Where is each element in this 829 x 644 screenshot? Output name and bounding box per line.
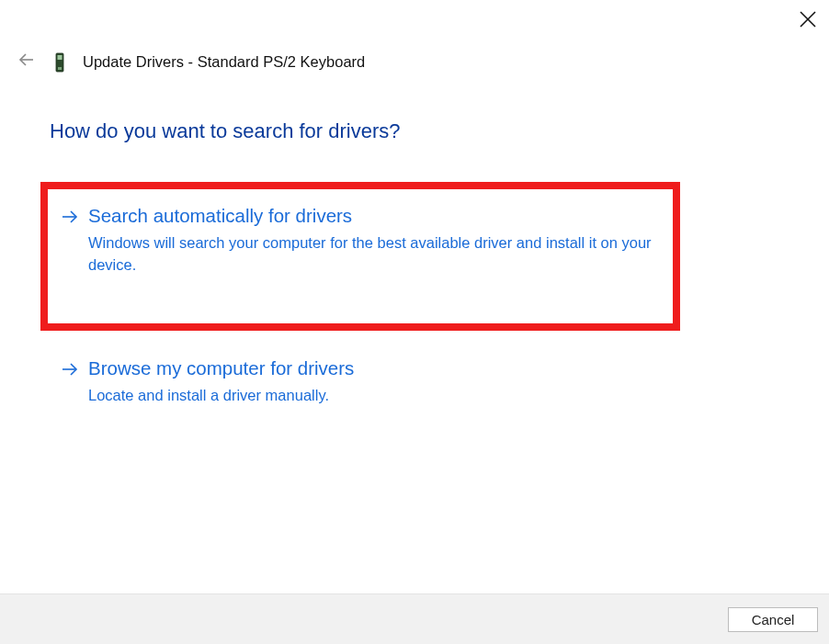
option-browse-computer[interactable]: Browse my computer for drivers Locate an…: [61, 356, 667, 407]
option-search-automatically[interactable]: Search automatically for drivers Windows…: [61, 204, 667, 276]
dialog-question: How do you want to search for drivers?: [50, 119, 401, 143]
dialog-header: Update Drivers - Standard PS/2 Keyboard: [18, 51, 365, 73]
svg-rect-5: [58, 67, 62, 70]
close-button[interactable]: [800, 11, 816, 28]
back-button[interactable]: [18, 51, 35, 73]
option-title: Browse my computer for drivers: [88, 356, 667, 381]
option-title: Search automatically for drivers: [88, 204, 667, 229]
back-arrow-icon: [18, 51, 35, 68]
dialog-title: Update Drivers - Standard PS/2 Keyboard: [83, 53, 365, 71]
dialog-footer: Cancel: [0, 593, 829, 644]
close-icon: [800, 11, 816, 28]
arrow-right-icon: [61, 208, 79, 230]
svg-rect-4: [58, 55, 62, 60]
device-icon: [53, 52, 66, 73]
arrow-right-icon: [61, 360, 79, 382]
cancel-button[interactable]: Cancel: [728, 607, 818, 632]
option-description: Locate and install a driver manually.: [88, 385, 667, 407]
option-description: Windows will search your computer for th…: [88, 232, 667, 277]
